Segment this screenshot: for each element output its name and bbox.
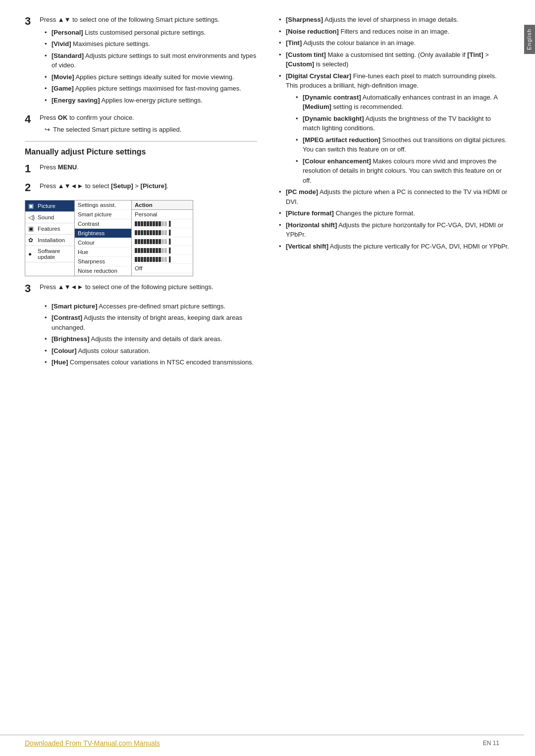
- installation-icon: ✿: [28, 237, 35, 244]
- step-1b: 1 Press MENU.: [25, 162, 257, 175]
- menu-item-features: ▣ Features: [25, 223, 74, 235]
- menu-right-bar-1: ▌: [132, 219, 193, 228]
- step-3b-content: Press ▲▼◄► to select one of the followin…: [40, 282, 257, 295]
- bar-seg: [153, 248, 155, 253]
- list-item: [Movie] Applies picture settings ideally…: [45, 72, 257, 82]
- bar-seg: [144, 257, 146, 262]
- features-icon: ▣: [28, 225, 35, 232]
- step-4: 4 Press OK to confirm your choice. ↪ The…: [25, 113, 257, 133]
- bar-seg: [141, 230, 143, 235]
- bar-seg: [164, 230, 167, 235]
- bar-end-marker: ▌: [169, 230, 172, 235]
- footer-link[interactable]: Downloaded From TV-Manual.com Manuals: [25, 739, 160, 747]
- sound-icon: ◁): [28, 214, 35, 221]
- menu-item-software: ● Software update: [25, 246, 74, 262]
- list-item: [Vertical shift] Adjusts the picture ver…: [279, 242, 509, 252]
- step-3b-list: [Smart picture] Accesses pre-defined sma…: [25, 302, 257, 367]
- bar-end-marker: ▌: [169, 221, 172, 226]
- bar-track-4: [135, 248, 167, 253]
- list-item: [Energy saving] Applies low-energy pictu…: [45, 96, 257, 105]
- sub-list-digital-crystal: [Dynamic contrast] Automatically enhance…: [286, 93, 509, 186]
- list-item: [Smart picture] Accesses pre-defined sma…: [45, 302, 257, 311]
- bar-seg: [144, 248, 146, 253]
- bar-seg: [161, 230, 164, 235]
- list-item: [Contrast] Adjusts the intensity of brig…: [45, 313, 257, 332]
- step-1b-text: Press MENU.: [40, 162, 257, 172]
- bar-seg: [159, 221, 161, 226]
- bar-end-marker: ▌: [169, 248, 172, 253]
- bar-seg: [159, 257, 161, 262]
- bar-seg: [161, 239, 164, 244]
- section-heading: Manually adjust Picture settings: [25, 148, 257, 156]
- menu-center-hue: Hue: [75, 248, 131, 257]
- left-column: 3 Press ▲▼ to select one of the followin…: [25, 15, 262, 746]
- bar-seg: [141, 221, 143, 226]
- list-item: [Game] Applies picture settings maximise…: [45, 84, 257, 94]
- bar-seg: [156, 221, 158, 226]
- bar-seg: [159, 248, 161, 253]
- menu-center-noise-reduction: Noise reduction: [75, 266, 131, 276]
- step-number-3b: 3: [25, 282, 40, 295]
- menu-right-bar-5: ▌: [132, 255, 193, 264]
- step-number-3: 3: [25, 15, 40, 28]
- bar-seg: [156, 230, 158, 235]
- sub-list-item: [Dynamic backlight] Adjusts the brightne…: [296, 114, 509, 133]
- bar-seg: [150, 248, 152, 253]
- step-3b-intro: Press ▲▼◄► to select one of the followin…: [40, 282, 257, 292]
- picture-icon: ▣: [28, 202, 35, 209]
- bar-seg: [138, 230, 140, 235]
- sub-list-item: [Dynamic contrast] Automatically enhance…: [296, 93, 509, 112]
- bar-seg: [161, 248, 164, 253]
- footer-page: EN 11: [483, 740, 499, 747]
- menu-center-brightness: Brightness: [75, 229, 131, 238]
- menu-right-bar-4: ▌: [132, 246, 193, 255]
- language-tab: English: [524, 25, 535, 54]
- menu-label-sound: Sound: [38, 214, 54, 220]
- bar-seg: [153, 230, 155, 235]
- bar-seg: [138, 257, 140, 262]
- footer: Downloaded From TV-Manual.com Manuals EN…: [0, 735, 524, 747]
- right-list: [Sharpness] Adjusts the level of sharpne…: [277, 15, 509, 251]
- bar-seg: [164, 248, 167, 253]
- bar-seg: [153, 257, 155, 262]
- menu-right-panel: Action Personal ▌ ▌: [132, 201, 193, 276]
- software-icon: ●: [28, 251, 35, 257]
- bar-end-marker: ▌: [169, 256, 172, 262]
- bar-seg: [144, 230, 146, 235]
- bar-seg: [147, 221, 149, 226]
- menu-center-smart-picture: Smart picture: [75, 210, 131, 219]
- bar-seg: [144, 239, 146, 244]
- list-item: [Hue] Compensates colour variations in N…: [45, 357, 257, 367]
- bar-end-marker: ▌: [169, 239, 172, 244]
- step-4-content: Press OK to confirm your choice. ↪ The s…: [40, 113, 257, 133]
- step-4-result-text: The selected Smart picture setting is ap…: [53, 126, 181, 133]
- list-item: [Brightness] Adjusts the intensity and d…: [45, 334, 257, 344]
- menu-center-colour: Colour: [75, 238, 131, 248]
- list-item: [Standard] Adjusts picture settings to s…: [45, 51, 257, 70]
- menu-item-sound: ◁) Sound: [25, 212, 74, 223]
- step-4-intro: Press OK to confirm your choice.: [40, 113, 257, 123]
- list-item: [Colour] Adjusts colour saturation.: [45, 346, 257, 356]
- menu-right-off: Off: [132, 264, 193, 273]
- menu-right-bar-2: ▌: [132, 228, 193, 237]
- step-3-list: [Personal] Lists customised personal pic…: [40, 28, 257, 105]
- bar-seg: [135, 239, 137, 244]
- bar-seg: [138, 239, 140, 244]
- menu-label-features: Features: [38, 226, 60, 232]
- bar-seg: [138, 221, 140, 226]
- bar-track-1: [135, 221, 167, 226]
- bar-seg: [150, 230, 152, 235]
- list-item: [Personal] Lists customised personal pic…: [45, 28, 257, 38]
- step-3b: 3 Press ▲▼◄► to select one of the follow…: [25, 282, 257, 295]
- bar-track-2: [135, 230, 167, 235]
- bar-track-5: [135, 257, 167, 262]
- menu-center-panel: Settings assist. Smart picture Contrast …: [75, 201, 132, 276]
- list-item: [Horizontal shift] Adjusts the picture h…: [279, 220, 509, 240]
- menu-right-header: Action: [132, 201, 193, 210]
- step-number-1: 1: [25, 162, 40, 175]
- list-item: [Digital Crystal Clear] Fine-tunes each …: [279, 71, 509, 186]
- list-item: [Tint] Adjusts the colour balance in an …: [279, 38, 509, 48]
- menu-right-bar-3: ▌: [132, 237, 193, 246]
- bar-seg: [135, 221, 137, 226]
- bar-seg: [135, 230, 137, 235]
